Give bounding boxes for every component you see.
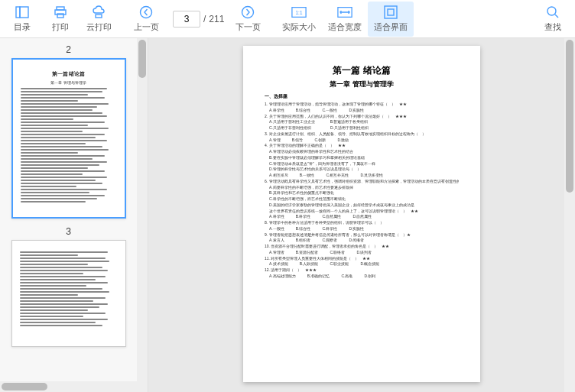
options-line: C.科学性的不断增强，而艺术性范围不断缩化 xyxy=(265,196,459,202)
page-total: 211 xyxy=(209,14,224,24)
fit-page-button[interactable]: 适合界面 xyxy=(368,2,414,37)
page-navigator: / 211 xyxy=(170,11,224,28)
scrollbar-corner xyxy=(137,381,148,392)
fit-width-label: 适合宽度 xyxy=(328,21,362,33)
thumbnail-page-2[interactable]: 第一篇 绪论篇 第一章 管理与管理学 xyxy=(11,58,126,219)
scrollbar-thumb[interactable] xyxy=(566,40,573,193)
actual-size-icon: 1:1 xyxy=(291,5,307,20)
page-title: 第一篇 绪论篇 xyxy=(265,64,459,77)
svg-point-13 xyxy=(547,7,556,15)
search-icon xyxy=(545,5,560,20)
print-label: 打印 xyxy=(52,21,69,33)
scrollbar-thumb[interactable] xyxy=(2,383,47,390)
actual-size-label: 实际大小 xyxy=(282,21,316,33)
options-line: A.相互排斥 B.一致性 C.相互补充性 D.灵活多变性 xyxy=(265,173,459,179)
svg-rect-11 xyxy=(385,6,397,18)
options-line: A.发言人 B.组织者 C.观察者 D.传播者 xyxy=(265,238,459,244)
thumb-title: 第一篇 绪论篇 xyxy=(21,70,117,78)
thumbnail-page-number: 2 xyxy=(66,44,71,55)
svg-rect-5 xyxy=(96,15,102,18)
thumbnail-sidebar: 2 第一篇 绪论篇 第一章 管理与管理学 3 xyxy=(0,38,148,392)
thumbnail-item: 2 第一篇 绪论篇 第一章 管理与管理学 xyxy=(0,44,137,219)
page-input[interactable] xyxy=(173,11,200,28)
options-line: A.高端处理能力 B.准确的记忆 C.高电 D.创利 xyxy=(265,274,459,280)
cloud-print-label: 云打印 xyxy=(86,21,112,33)
toolbar: 目录 打印 云打印 上一页 / 211 下一页 1:1 实际大小 xyxy=(0,0,575,38)
thumb-subtitle: 第一章 管理与管理学 xyxy=(21,80,117,85)
svg-point-7 xyxy=(242,7,254,18)
options-line: 这个世界有责任的意识系统一放在同一个人的身上了，这可以说明管理理论（ ） ★★ xyxy=(265,209,459,215)
options-line: D.美国的经济学家泰勒的管理特色深入美国企业，如何经营学术成就与事业上的成功是 xyxy=(265,202,459,209)
question-line: 3. 对企业发展进行计划、组织、人员配备、领导、控制以有效地实现组织目标的过程称… xyxy=(265,131,459,138)
thumbnail-list: 2 第一篇 绪论篇 第一章 管理与管理学 3 xyxy=(0,38,137,381)
svg-point-6 xyxy=(141,7,152,18)
next-page-label: 下一页 xyxy=(236,21,261,33)
document-page: 第一篇 绪论篇 第一章 管理与管理学 一、选择题 1. 管理理论应用于管理活动，… xyxy=(243,46,480,382)
question-line: 12. 适用于期间（ ） ★★★ xyxy=(265,267,459,274)
main-vertical-scrollbar[interactable] xyxy=(564,38,575,392)
document-viewport: 第一篇 绪论篇 第一章 管理与管理学 一、选择题 1. 管理理论应用于管理活动，… xyxy=(148,38,575,392)
options-line: A.管理 B.领导 C.创新 D.激励 xyxy=(265,138,459,144)
options-line: A.管理活动必须依赖管理的科学性和艺术性的结合 xyxy=(265,149,459,155)
options-line: A.科学性 B.综合性 C.一般性 D.实践性 xyxy=(265,108,459,114)
sidebar-horizontal-scrollbar[interactable] xyxy=(0,381,137,392)
chevron-left-icon xyxy=(138,5,154,20)
svg-line-14 xyxy=(555,15,558,18)
catalog-label: 目录 xyxy=(14,21,31,33)
thumbnail-page-3[interactable] xyxy=(11,240,126,347)
options-line: A.一般性 B.综合性 C.科学性 D.实践性 xyxy=(265,226,459,232)
options-line: C.管理活动本质就是去"管"，因为管理者没有了，下属就不一样 xyxy=(265,161,459,167)
options-line: D.管理的科学性与艺术性的关系可以说是理论与（ ） xyxy=(265,167,459,173)
next-page-button[interactable]: 下一页 xyxy=(229,2,267,37)
actual-size-button[interactable]: 1:1 实际大小 xyxy=(276,2,322,37)
thumbnail-page-number: 3 xyxy=(66,226,71,237)
question-line: 4. 关于管理活动的理解不正确的是（ ） ★★ xyxy=(265,143,459,149)
find-button[interactable]: 查找 xyxy=(534,2,572,37)
question-line: 10. 当资源不合理分配时需要进行调配，管理者承担的角色是（ ） ★★ xyxy=(265,244,459,250)
question-line: 11. 对所有类型管理人员重要性大体相同的技能是（ ） ★★ xyxy=(265,256,459,262)
print-icon xyxy=(53,5,68,20)
cloud-print-icon xyxy=(91,5,106,20)
page-chapter: 第一章 管理与管理学 xyxy=(265,79,459,89)
body-area: 2 第一篇 绪论篇 第一章 管理与管理学 3 第一篇 绪论篇 第一章 管理与管理… xyxy=(0,38,575,392)
question-line: 9. 管理者能把思想表述清楚并将信息传递给所有者，那么可以对管理者称谓是（ ）★ xyxy=(265,232,459,238)
svg-rect-1 xyxy=(20,7,28,18)
chevron-right-icon xyxy=(240,5,255,20)
question-line: 6. 管理活动既具有科学性又具有艺术性，强调对组织资源、管理职能和方法探索，管理… xyxy=(265,179,459,185)
options-line: A.只适用于营利性工业企业 B.普遍适用于各类组织 xyxy=(265,119,459,125)
svg-rect-12 xyxy=(388,9,394,15)
options-line: B.要在实践中管理就必须理解学习和掌握相关的理论基础 xyxy=(265,155,459,161)
fit-page-icon xyxy=(383,5,398,20)
sidebar-vertical-scrollbar[interactable] xyxy=(137,38,148,381)
page-sep: / xyxy=(203,14,206,24)
svg-text:1:1: 1:1 xyxy=(296,10,303,15)
page-section: 一、选择题 xyxy=(265,93,459,100)
catalog-button[interactable]: 目录 xyxy=(3,2,41,37)
options-line: A.技术技能 B.人际技能 C.职业技能 D.概念技能 xyxy=(265,261,459,267)
prev-page-button[interactable]: 上一页 xyxy=(127,2,165,37)
prev-page-label: 上一页 xyxy=(134,21,159,33)
thumbnail-item: 3 xyxy=(0,226,137,347)
fit-page-label: 适合界面 xyxy=(374,21,408,33)
question-line: 1. 管理理论应用于管理活动，指导管理活动，这体现了管理的哪个特征（ ） ★★ xyxy=(265,102,459,108)
options-line: A.简要科学性的不断增强，而艺术性要逐步排除掉 xyxy=(265,185,459,191)
find-label: 查找 xyxy=(544,21,561,33)
fit-width-button[interactable]: 适合宽度 xyxy=(322,2,368,37)
options-line: A.科学性 B.科学性 C.自然属性 D.自然属性 xyxy=(265,214,459,220)
options-line: C.只适用于非营利性组织 D.只适用于营利性组织 xyxy=(265,125,459,131)
print-button[interactable]: 打印 xyxy=(41,2,80,37)
question-line: 2. 关于管理的应用范围，人们的认识不同，你认为下列哪个说法最好（ ） ★★★ xyxy=(265,114,459,120)
cloud-print-button[interactable]: 云打印 xyxy=(80,2,118,37)
catalog-icon xyxy=(15,5,30,20)
question-line: 8. 管理学中的各种方法适用于各种类型的组织，说明管理学可以（ ） xyxy=(265,220,459,226)
options-line: B.其科学性和艺术性的侧重点不断强化 xyxy=(265,190,459,196)
scrollbar-thumb[interactable] xyxy=(138,40,146,78)
fit-width-icon xyxy=(337,5,352,20)
svg-rect-0 xyxy=(16,7,20,18)
options-line: A.管理者 B.资源分配者 C.联络者 D.谈判者 xyxy=(265,250,459,256)
